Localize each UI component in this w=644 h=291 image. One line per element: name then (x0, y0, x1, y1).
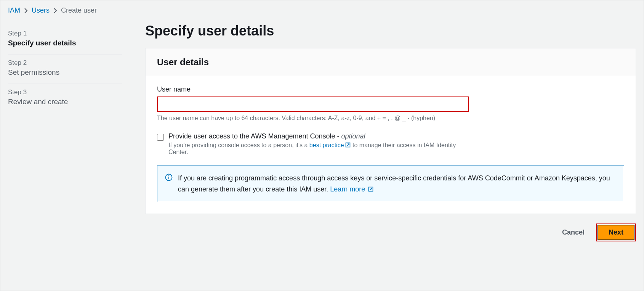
page-title: Specify user details (145, 23, 636, 39)
username-input[interactable] (157, 96, 469, 112)
external-link-icon (368, 186, 374, 192)
step-2: Step 2 Set permissions (8, 55, 122, 84)
step-num: Step 3 (8, 88, 122, 96)
chevron-right-icon (24, 8, 28, 13)
step-1: Step 1 Specify user details (8, 25, 122, 55)
user-details-panel: User details User name The user name can… (145, 48, 636, 214)
step-num: Step 1 (8, 30, 122, 37)
svg-point-2 (168, 175, 170, 177)
svg-rect-3 (168, 177, 169, 179)
step-title: Specify user details (8, 39, 122, 47)
info-text-body: If you are creating programmatic access … (178, 174, 610, 193)
external-link-icon (345, 142, 351, 148)
panel-header: User details (146, 48, 636, 76)
main-content: Specify user details User details User n… (145, 25, 636, 240)
username-label: User name (157, 85, 624, 93)
desc-prefix: If you're providing console access to a … (168, 142, 309, 148)
optional-label: optional (341, 132, 365, 140)
info-icon (165, 174, 173, 183)
panel-heading: User details (157, 57, 624, 68)
console-access-description: If you're providing console access to a … (168, 142, 458, 156)
info-text: If you are creating programmatic access … (178, 173, 616, 195)
console-access-label-text: Provide user access to the AWS Managemen… (168, 132, 341, 140)
wizard-steps: Step 1 Specify user details Step 2 Set p… (8, 25, 122, 113)
learn-more-link[interactable]: Learn more (330, 185, 374, 193)
chevron-right-icon (53, 8, 57, 13)
breadcrumb: IAM Users Create user (8, 6, 636, 14)
info-alert: If you are creating programmatic access … (157, 166, 624, 202)
next-button[interactable]: Next (598, 225, 634, 240)
username-hint: The user name can have up to 64 characte… (157, 115, 624, 122)
wizard-footer: Cancel Next (145, 225, 636, 240)
step-title: Review and create (8, 98, 122, 106)
breadcrumb-current: Create user (61, 6, 97, 14)
step-3: Step 3 Review and create (8, 84, 122, 113)
step-title: Set permissions (8, 68, 122, 77)
breadcrumb-iam[interactable]: IAM (8, 6, 20, 14)
console-access-checkbox[interactable] (157, 134, 164, 141)
best-practice-link[interactable]: best practice (309, 142, 351, 148)
breadcrumb-users[interactable]: Users (32, 6, 50, 14)
console-access-label: Provide user access to the AWS Managemen… (168, 132, 458, 140)
cancel-button[interactable]: Cancel (556, 225, 591, 240)
step-num: Step 2 (8, 59, 122, 67)
